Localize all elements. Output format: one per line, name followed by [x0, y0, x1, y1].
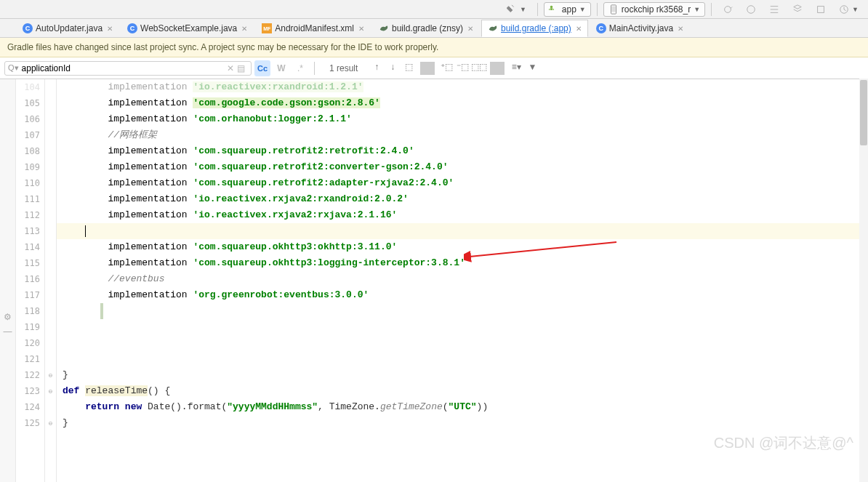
line-number: 109: [16, 159, 44, 175]
tab-label: build.gradle (znsy): [392, 23, 463, 33]
match-case-icon[interactable]: Cc: [254, 60, 270, 76]
fold-marker[interactable]: ⊖: [45, 415, 56, 431]
line-number: 122: [16, 367, 44, 383]
watermark: CSDN @词不达意@^: [714, 433, 853, 453]
gear-icon[interactable]: ⚙: [4, 312, 12, 322]
stop-icon[interactable]: [741, 2, 761, 17]
code-line[interactable]: implementation 'io.reactivex:rxandroid:1…: [57, 79, 868, 95]
left-tool-gutter: ⚙ —: [0, 79, 16, 482]
fold-marker: [45, 303, 56, 319]
code-line[interactable]: implementation 'com.squareup.okhttp3:log…: [57, 255, 868, 271]
fold-marker: [45, 111, 56, 127]
main-toolbar: ▼ app ▼ rockchip rk3568_r ▼ ▼: [0, 0, 868, 19]
close-tab-icon[interactable]: ✕: [467, 25, 473, 33]
find-input[interactable]: [22, 63, 227, 73]
line-number: 123: [16, 383, 44, 399]
tab-websocketexample-java[interactable]: CWebSocketExample.java✕: [121, 20, 254, 37]
build-icon[interactable]: ▼: [502, 2, 531, 17]
close-tab-icon[interactable]: ✕: [678, 25, 683, 33]
clock-icon[interactable]: ▼: [834, 2, 864, 17]
code-line[interactable]: implementation 'com.squareup.retrofit2:c…: [57, 159, 868, 175]
code-line[interactable]: }: [57, 367, 868, 383]
clear-find-icon[interactable]: ✕: [227, 63, 234, 73]
tab-build-gradle-app-[interactable]: build.gradle (:app)✕: [481, 20, 588, 37]
prev-match-icon[interactable]: ↑: [369, 62, 384, 75]
box-icon[interactable]: [811, 2, 831, 17]
select-all-icon[interactable]: ⬚: [401, 62, 416, 75]
tab-autoupdater-java[interactable]: CAutoUpdater.java✕: [16, 20, 119, 37]
code-line[interactable]: implementation 'io.reactivex.rxjava2:rxj…: [57, 207, 868, 223]
fold-marker: [45, 319, 56, 335]
fold-gutter: ⊖⊖⊖: [45, 79, 57, 482]
line-number: 104: [16, 79, 44, 95]
line-number-gutter: 1041051061071081091101111121131141151161…: [16, 79, 45, 482]
code-line[interactable]: [57, 319, 868, 335]
select-all-occ-icon[interactable]: ⬚⬚: [471, 62, 486, 75]
vertical-scrollbar[interactable]: [859, 79, 868, 482]
collapse-icon[interactable]: —: [4, 326, 12, 337]
close-tab-icon[interactable]: ✕: [107, 25, 113, 33]
svg-rect-3: [553, 9, 554, 10]
svg-point-1: [550, 5, 553, 8]
fold-marker: [45, 271, 56, 287]
line-number: 112: [16, 207, 44, 223]
code-line[interactable]: }: [57, 415, 868, 431]
code-line[interactable]: //网络框架: [57, 127, 868, 143]
sync-icon[interactable]: [718, 2, 738, 17]
fold-marker: [45, 239, 56, 255]
tab-androidmanifest-xml[interactable]: MFAndroidManifest.xml✕: [255, 20, 371, 37]
code-line[interactable]: [57, 335, 868, 351]
add-selection-icon[interactable]: ⁺⬚: [439, 62, 454, 75]
line-number: 106: [16, 111, 44, 127]
code-line[interactable]: implementation 'com.squareup.retrofit2:a…: [57, 175, 868, 191]
line-number: 121: [16, 351, 44, 367]
fold-marker: [45, 175, 56, 191]
code-line[interactable]: [57, 351, 868, 367]
filter-icon-1[interactable]: ≡▾: [509, 62, 523, 75]
line-number: 117: [16, 287, 44, 303]
close-tab-icon[interactable]: ✕: [241, 25, 247, 33]
code-line[interactable]: [57, 223, 868, 239]
tab-build-gradle-znsy-[interactable]: build.gradle (znsy)✕: [372, 20, 480, 37]
java-class-icon: C: [127, 23, 137, 33]
code-line[interactable]: implementation 'com.google.code.gson:gso…: [57, 95, 868, 111]
code-line[interactable]: def releaseTime() {: [57, 383, 868, 399]
code-line[interactable]: [57, 303, 868, 319]
code-line[interactable]: return new Date().format("yyyyMMddHHmmss…: [57, 399, 868, 415]
tab-mainactivity-java[interactable]: CMainActivity.java✕: [590, 20, 690, 37]
code-line[interactable]: implementation 'org.greenrobot:eventbus:…: [57, 287, 868, 303]
filter-icon-2[interactable]: ▼: [525, 62, 539, 75]
run-config-selector[interactable]: app ▼: [544, 2, 591, 17]
search-icon: Q▾: [8, 63, 19, 73]
remove-selection-icon[interactable]: ⁻⬚: [455, 62, 470, 75]
find-input-wrap[interactable]: Q▾ ✕ ▤: [4, 61, 252, 76]
manifest-icon: MF: [262, 23, 272, 33]
whole-word-icon[interactable]: W: [273, 60, 289, 76]
code-line[interactable]: implementation 'com.squareup.okhttp3:okh…: [57, 239, 868, 255]
fold-marker[interactable]: ⊖: [45, 367, 56, 383]
line-number: 107: [16, 127, 44, 143]
regex-icon[interactable]: .*: [292, 60, 308, 76]
line-number: 118: [16, 303, 44, 319]
layers-icon[interactable]: [787, 2, 808, 17]
line-number: 105: [16, 95, 44, 111]
code-line[interactable]: implementation 'com.squareup.retrofit2:r…: [57, 143, 868, 159]
fold-marker: [45, 143, 56, 159]
scrollbar-thumb[interactable]: [860, 80, 867, 145]
list-icon[interactable]: [764, 2, 784, 17]
close-tab-icon[interactable]: ✕: [358, 25, 364, 33]
device-selector[interactable]: rockchip rk3568_r ▼: [603, 2, 705, 17]
code-editor[interactable]: implementation 'io.reactivex:rxandroid:1…: [57, 79, 868, 482]
fold-marker[interactable]: ⊖: [45, 383, 56, 399]
code-line[interactable]: implementation 'io.reactivex.rxjava2:rxa…: [57, 191, 868, 207]
next-match-icon[interactable]: ↓: [385, 62, 400, 75]
tab-label: AutoUpdater.java: [36, 23, 103, 33]
change-marker: [100, 303, 103, 319]
code-line[interactable]: //eventbus: [57, 271, 868, 287]
code-line[interactable]: implementation 'com.orhanobut:logger:2.1…: [57, 111, 868, 127]
fold-marker: [45, 399, 56, 415]
close-tab-icon[interactable]: ✕: [576, 25, 582, 33]
find-nav: ↑ ↓ ⬚ ⁺⬚ ⁻⬚ ⬚⬚ ≡▾ ▼: [369, 62, 539, 75]
history-icon[interactable]: ▤: [237, 63, 245, 73]
fold-marker: [45, 95, 56, 111]
